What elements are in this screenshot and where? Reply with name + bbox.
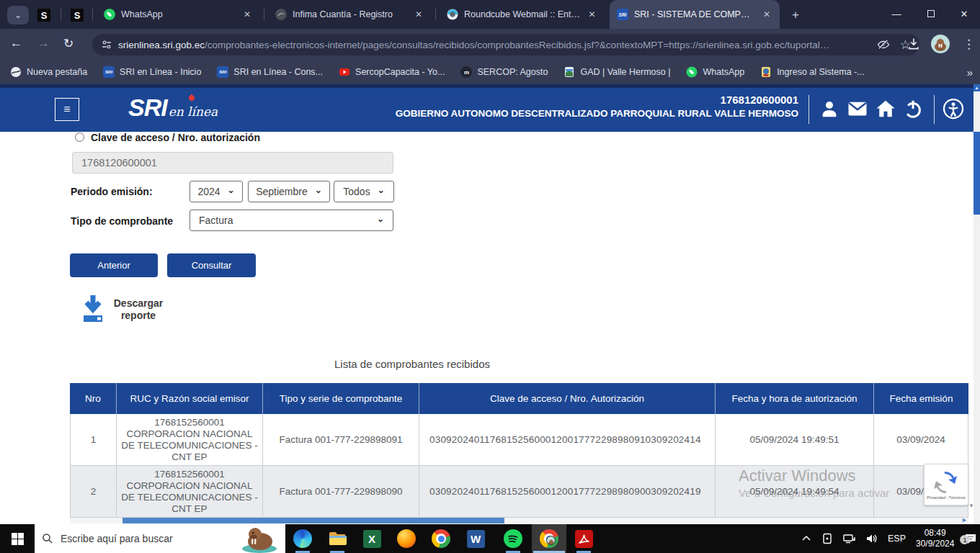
bookmark-gad-valle-hermoso[interactable]: GAD | Valle Hermoso | — [564, 66, 670, 78]
action-center-button[interactable]: 1 — [964, 532, 979, 545]
anterior-button[interactable]: Anterior — [70, 253, 158, 277]
cell-nro: 2 — [70, 466, 117, 518]
forward-button[interactable]: → — [37, 36, 50, 50]
network-icon[interactable] — [843, 533, 855, 544]
bookmarks-bar: Nueva pestaña SRI SRI en Línea - Inicio … — [0, 60, 980, 84]
bookmark-sri-inicio[interactable]: SRI SRI en Línea - Inicio — [103, 66, 201, 78]
bookmark-label: Ingreso al Sistema -... — [777, 67, 865, 77]
col-header-fecha-aut[interactable]: Fecha y hora de autorización — [716, 383, 874, 414]
phone-link-icon[interactable] — [821, 533, 833, 544]
bookmark-ingreso-sistema[interactable]: Ingreso al Sistema -... — [760, 66, 865, 78]
taskbar-chrome[interactable] — [424, 524, 458, 553]
language-indicator[interactable]: ESP — [888, 534, 906, 544]
start-button[interactable] — [0, 524, 35, 553]
bookmark-sri-consultas[interactable]: SRI SRI en Línea - Cons... — [217, 66, 323, 78]
col-header-fecha-em[interactable]: Fecha emisión — [874, 383, 968, 414]
downloads-icon[interactable] — [906, 36, 921, 52]
taskbar-edge[interactable] — [285, 524, 320, 553]
tab-sri-active[interactable]: SRI SRI - SISTEMA DE COMPROBAN ✕ — [610, 0, 780, 29]
profile-mini-avatar — [546, 536, 556, 545]
chevron-down-icon: ⌄ — [228, 185, 235, 195]
power-icon[interactable] — [902, 98, 924, 120]
vertical-scrollbar-thumb[interactable] — [974, 132, 980, 215]
recaptcha-privacy-terms[interactable]: Privacidad - Términos — [927, 495, 965, 500]
bookmark-label: Nueva pestaña — [27, 67, 87, 77]
address-bar[interactable]: srienlinea.sri.gob.ec/comprobantes-elect… — [92, 34, 919, 55]
tray-chevron-up-icon[interactable] — [801, 534, 811, 544]
taskbar-spotify[interactable] — [496, 524, 530, 553]
tipo-comprobante-select[interactable]: Factura⌄ — [190, 210, 393, 231]
mail-icon[interactable] — [847, 98, 868, 120]
taskbar-firefox[interactable] — [389, 524, 424, 553]
scroll-up-arrow[interactable]: ▲ — [974, 84, 980, 91]
bookmark-sercop-agosto[interactable]: m SERCOP: Agosto — [460, 66, 548, 78]
year-select[interactable]: 2024⌄ — [190, 181, 243, 202]
reload-button[interactable]: ↻ — [63, 36, 74, 51]
clock-time: 08:49 — [925, 528, 946, 538]
tab-infima-cuantia[interactable]: Infima Cuantía - Registro ✕ — [268, 0, 432, 29]
taskbar-acrobat[interactable] — [566, 524, 601, 553]
bookmark-nueva-pestana[interactable]: Nueva pestaña — [10, 66, 87, 78]
eye-off-icon[interactable] — [877, 38, 890, 51]
bookmarks-overflow-button[interactable]: » — [967, 66, 973, 78]
clave-acceso-radio[interactable] — [75, 132, 84, 142]
walrus-search-image[interactable] — [241, 524, 278, 553]
scroll-right-arrow[interactable]: ► — [961, 516, 968, 523]
menu-dots-icon[interactable]: ⋮ — [963, 37, 975, 52]
bookmark-sercopcapacita[interactable]: SercopCapacita - Yo... — [339, 66, 445, 78]
table-row[interactable]: 1 1768152560001 CORPORACION NACIONAL DE … — [70, 414, 968, 466]
table-title: Lista de comprobantes recibidos — [274, 358, 551, 370]
taskbar-chrome-active[interactable] — [532, 524, 566, 553]
download-report-label[interactable]: Descargar reporte — [102, 297, 174, 322]
col-header-tipo[interactable]: Tipo y serie de comprobante — [263, 383, 419, 414]
accessibility-icon[interactable] — [943, 98, 964, 120]
window-close-button[interactable]: ✕ — [948, 0, 980, 27]
window-maximize-button[interactable] — [915, 0, 947, 27]
minimize-icon: — — [892, 9, 901, 19]
col-header-nro[interactable]: Nro — [70, 383, 117, 414]
close-icon[interactable]: ✕ — [241, 8, 254, 21]
day-select[interactable]: Todos⌄ — [334, 181, 394, 202]
close-icon[interactable]: ✕ — [412, 8, 425, 21]
user-icon[interactable] — [819, 98, 840, 120]
clave-acceso-input[interactable] — [72, 152, 393, 174]
pinned-tab-1[interactable]: S — [35, 6, 53, 24]
site-settings-icon[interactable] — [101, 39, 112, 50]
menu-hamburger-button[interactable]: ≡ — [55, 98, 79, 121]
scroll-down-arrow[interactable]: ▼ — [968, 503, 974, 509]
close-icon[interactable]: ✕ — [586, 8, 598, 21]
taskbar-file-explorer[interactable] — [320, 524, 355, 553]
bookmark-whatsapp[interactable]: WhatsApp — [686, 66, 744, 78]
col-header-clave[interactable]: Clave de acceso / Nro. Autorización — [419, 383, 716, 414]
roundcube-icon — [447, 9, 458, 20]
taskbar-word[interactable]: W — [458, 524, 493, 553]
new-tab-button[interactable]: + — [787, 6, 804, 24]
chrome-icon — [432, 529, 450, 548]
tab-whatsapp[interactable]: WhatsApp ✕ — [97, 0, 261, 29]
close-icon[interactable]: ✕ — [761, 8, 772, 21]
recaptcha-badge[interactable]: Privacidad - Términos — [924, 464, 968, 505]
clave-acceso-label: Clave de acceso / Nro. autorización — [91, 132, 260, 143]
tab-roundcube[interactable]: Roundcube Webmail :: Entrada ✕ — [440, 0, 605, 29]
taskbar-clock[interactable]: 08:49 30/9/2024 — [916, 528, 954, 549]
taskbar-search[interactable]: Escribe aquí para buscar — [35, 524, 285, 553]
profile-avatar[interactable] — [931, 35, 950, 53]
tab-search-chevron-button[interactable]: ⌄ — [7, 6, 29, 24]
taskbar-excel[interactable]: X — [355, 524, 389, 553]
sri-logo[interactable]: SRIen línea — [128, 94, 218, 122]
home-icon[interactable] — [875, 98, 896, 120]
window-minimize-button[interactable]: — — [881, 0, 912, 27]
site-icon — [275, 9, 287, 20]
screen: ⌄ S S WhatsApp ✕ Infima Cuantía - Regist… — [0, 0, 980, 553]
volume-icon[interactable] — [865, 533, 878, 544]
s-favicon: S — [37, 9, 50, 22]
globe-icon — [10, 66, 22, 78]
horizontal-scrollbar-thumb[interactable] — [122, 518, 504, 523]
pinned-tab-2[interactable]: S — [68, 6, 86, 24]
consultar-button[interactable]: Consultar — [167, 253, 256, 277]
col-header-ruc[interactable]: RUC y Razón social emisor — [117, 383, 263, 414]
sri-icon: SRI — [103, 66, 115, 78]
back-button[interactable]: ← — [10, 36, 22, 50]
month-select[interactable]: Septiembre⌄ — [248, 181, 330, 202]
cell-tipo: Factura 001-777-229898091 — [263, 414, 419, 466]
